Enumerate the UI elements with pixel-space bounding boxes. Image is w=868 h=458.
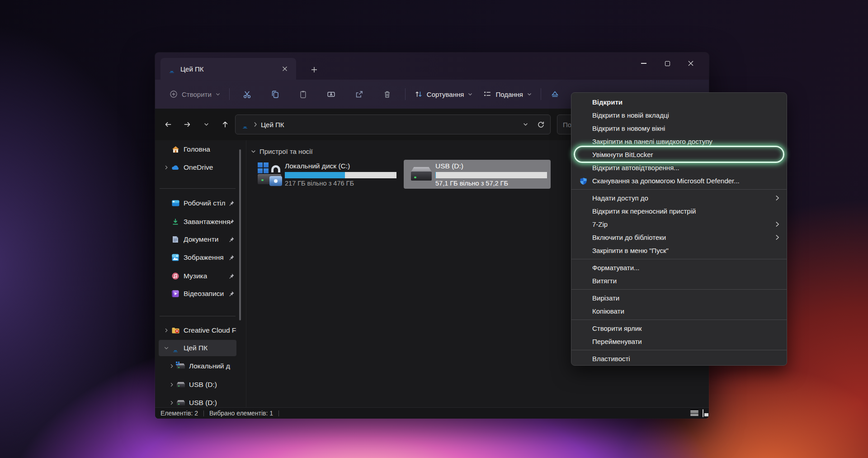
- cut-button[interactable]: [233, 85, 261, 103]
- copy-button[interactable]: [261, 85, 289, 103]
- tab-this-pc[interactable]: Цей ПК: [160, 58, 296, 80]
- menu-item-open-new-window[interactable]: Відкрити в новому вікні: [571, 122, 787, 135]
- sidebar-item-desktop[interactable]: Робочий стіл: [159, 195, 236, 211]
- capacity-bar: [435, 172, 547, 178]
- onedrive-icon: [171, 163, 179, 172]
- menu-separator: [571, 289, 787, 290]
- sidebar-item-usb-d[interactable]: USB (D:): [164, 377, 236, 393]
- chevron-down-icon[interactable]: [164, 345, 169, 351]
- sidebar-item-videos[interactable]: Відеозаписи: [159, 286, 236, 302]
- defender-shield-icon: [580, 177, 587, 185]
- free-space-label: 57,1 ГБ вільно з 57,2 ГБ: [435, 180, 547, 187]
- menu-item-eject[interactable]: Витягти: [571, 274, 787, 287]
- status-separator: [203, 410, 204, 416]
- menu-item-copy[interactable]: Копіювати: [571, 305, 787, 318]
- new-button[interactable]: Створити: [164, 86, 226, 102]
- menu-item-turn-on-bitlocker[interactable]: Увімкнути BitLocker: [571, 148, 787, 161]
- sidebar-item-downloads[interactable]: Завантаження: [159, 214, 236, 230]
- recent-locations-button[interactable]: [197, 115, 216, 134]
- sidebar-item-music[interactable]: Музика: [159, 268, 236, 284]
- tab-close-button[interactable]: [279, 63, 291, 75]
- menu-item-open-new-tab[interactable]: Відкрити в новій вкладці: [571, 109, 787, 122]
- large-icons-view-icon: [703, 409, 703, 417]
- back-button[interactable]: [159, 115, 178, 134]
- sidebar-item-pictures[interactable]: Зображення: [159, 249, 236, 266]
- sidebar-item-creative-cloud[interactable]: Creative Cloud Files: [159, 322, 236, 339]
- menu-item-cut[interactable]: Вирізати: [571, 291, 787, 305]
- sort-button[interactable]: Сортування: [409, 86, 478, 102]
- sidebar-scrollbar[interactable]: [239, 149, 241, 320]
- eject-button[interactable]: [545, 85, 566, 103]
- items-count: Елементів: 2: [160, 410, 198, 417]
- menu-item-scan-with-defender[interactable]: Сканування за допомогою Microsoft Defend…: [571, 174, 787, 187]
- submenu-chevron-icon: [775, 221, 779, 227]
- chevron-right-icon[interactable]: [169, 382, 175, 387]
- status-separator: [278, 410, 279, 416]
- close-button[interactable]: [679, 52, 703, 74]
- menu-item-create-shortcut[interactable]: Створити ярлик: [571, 322, 787, 335]
- new-tab-button[interactable]: [307, 63, 321, 76]
- delete-button[interactable]: [373, 85, 401, 103]
- pin-icon: [228, 291, 235, 297]
- large-icons-view-button[interactable]: [703, 410, 703, 417]
- menu-item-pin-to-start[interactable]: Закріпити в меню "Пуск": [571, 244, 787, 257]
- sidebar-item-onedrive[interactable]: OneDrive: [159, 159, 236, 176]
- collapse-chevron-icon: [251, 150, 256, 153]
- menu-item-give-access-to[interactable]: Надати доступ до: [571, 191, 787, 205]
- cut-icon: [243, 90, 251, 99]
- menu-item-open[interactable]: Відкрити: [571, 95, 787, 109]
- menu-item-7zip[interactable]: 7-Zip: [571, 218, 787, 231]
- menu-item-open-autoplay[interactable]: Відкрити автовідтворення...: [571, 161, 787, 174]
- chevron-right-icon[interactable]: [164, 328, 169, 333]
- rename-icon: [327, 90, 335, 99]
- menu-item-pin-quick-access[interactable]: Закріпити на панелі швидкого доступу: [571, 135, 787, 148]
- up-button[interactable]: [216, 115, 235, 134]
- copy-icon: [271, 90, 279, 99]
- details-view-button[interactable]: [690, 410, 698, 416]
- chevron-right-icon[interactable]: [164, 165, 169, 170]
- menu-item-include-in-library[interactable]: Включити до бібліотеки: [571, 231, 787, 244]
- chevron-right-icon[interactable]: [169, 400, 175, 406]
- sidebar-item-this-pc[interactable]: Цей ПК: [159, 340, 236, 356]
- sidebar-item-documents[interactable]: Документи: [159, 231, 236, 248]
- status-bar: Елементів: 2 Вибрано елементів: 1: [155, 407, 709, 419]
- chevron-right-icon[interactable]: [169, 363, 175, 369]
- sidebar-item-usb-d-2[interactable]: USB (D:): [164, 395, 236, 407]
- submenu-chevron-icon: [775, 195, 779, 201]
- pin-icon: [228, 254, 235, 261]
- share-icon: [355, 90, 363, 99]
- share-button[interactable]: [345, 85, 373, 103]
- section-devices-and-drives[interactable]: Пристрої та носії: [251, 148, 313, 155]
- rename-button[interactable]: [317, 85, 345, 103]
- drive-tile-usb-d[interactable]: USB (D:) 57,1 ГБ вільно з 57,2 ГБ: [404, 160, 551, 189]
- view-icon: [483, 90, 491, 98]
- menu-item-open-as-portable[interactable]: Відкрити як переносний пристрій: [571, 205, 787, 218]
- chevron-down-icon: [204, 123, 209, 126]
- maximize-button[interactable]: [656, 52, 679, 74]
- menu-item-properties[interactable]: Властивості: [571, 352, 787, 365]
- menu-item-rename[interactable]: Перейменувати: [571, 335, 787, 348]
- sidebar-item-home[interactable]: Головна: [159, 141, 236, 157]
- breadcrumb-location[interactable]: Цей ПК: [261, 121, 284, 129]
- refresh-icon[interactable]: [537, 121, 545, 129]
- creative-cloud-folder-icon: [171, 326, 179, 334]
- close-icon: [282, 66, 288, 72]
- address-bar[interactable]: Цей ПК: [235, 114, 551, 134]
- submenu-chevron-icon: [775, 234, 779, 240]
- capacity-bar: [285, 172, 396, 178]
- new-button-label: Створити: [182, 91, 212, 98]
- view-button[interactable]: Подання: [478, 86, 537, 102]
- window-controls: [632, 52, 703, 74]
- pin-icon: [228, 236, 235, 243]
- drive-tile-local-disk-c[interactable]: Локальний диск (C:) 217 ГБ вільно з 476 …: [253, 160, 401, 189]
- plus-circle-icon: [170, 90, 178, 98]
- selected-count: Вибрано елементів: 1: [209, 410, 273, 417]
- paste-button[interactable]: [289, 85, 317, 103]
- menu-item-format[interactable]: Форматувати...: [571, 261, 787, 274]
- minimize-button[interactable]: [632, 52, 656, 74]
- desktop-folder-icon: [171, 199, 179, 207]
- address-dropdown-icon[interactable]: [523, 123, 528, 126]
- sidebar-item-local-disk[interactable]: Локальний диск (C:): [164, 358, 236, 374]
- desktop-background: Цей ПК Створити: [0, 0, 868, 458]
- forward-button[interactable]: [178, 115, 197, 134]
